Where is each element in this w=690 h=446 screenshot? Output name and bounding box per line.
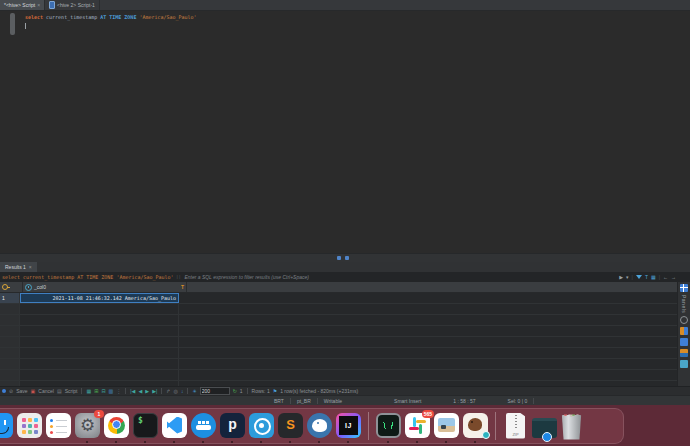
dock-dbeaver[interactable] (463, 413, 488, 440)
dock-reminders[interactable] (46, 413, 71, 440)
dock-terminal[interactable] (133, 413, 158, 440)
dock-shutter[interactable] (249, 413, 274, 440)
panels-grid-icon[interactable] (680, 284, 688, 292)
dock-docker[interactable] (191, 413, 216, 440)
column-filter-icon[interactable]: T (181, 284, 184, 290)
tab-hive-script[interactable]: *<hive> Script × (0, 0, 45, 10)
cell-col0 (20, 326, 179, 336)
dock-trash[interactable] (561, 413, 586, 440)
save-button[interactable]: Save (16, 388, 27, 394)
dock-activity[interactable] (376, 413, 401, 440)
delete-row-icon[interactable]: ▥ (109, 388, 114, 394)
dock-photos[interactable] (434, 413, 459, 440)
calc-panel-icon[interactable] (680, 327, 688, 335)
table-row-empty[interactable] (0, 337, 677, 348)
history-forward-icon[interactable]: → (671, 275, 676, 280)
close-icon[interactable]: × (37, 3, 40, 8)
zoom-icon[interactable]: ◎ (174, 388, 178, 394)
dock-postgres[interactable] (307, 413, 332, 440)
cancel-icon[interactable]: ▣ (31, 388, 36, 394)
table-row[interactable]: 1 2021-11-08 21:46:32.142 America/Sao_Pa… (0, 293, 677, 304)
next-page-icon[interactable]: ▶ (145, 388, 149, 394)
refresh-count: 1 (240, 388, 243, 394)
dock-finder[interactable] (0, 413, 13, 440)
status-writable[interactable]: Writable (318, 398, 348, 404)
running-indicator (86, 441, 88, 443)
status-selection[interactable]: Sel: 0 | 0 (502, 398, 534, 404)
row-number[interactable]: 1 (0, 293, 20, 303)
table-row-empty[interactable] (0, 304, 677, 315)
grid-panel-icon[interactable] (680, 338, 688, 346)
dock-intellij[interactable] (336, 413, 361, 440)
table-row-empty[interactable] (0, 315, 677, 326)
filter-funnel-icon[interactable] (636, 275, 642, 279)
dock-slack[interactable]: 565 (405, 413, 430, 440)
tab-label: <hive 2> Script-1 (57, 2, 95, 8)
table-row-empty[interactable] (0, 359, 677, 370)
script-button[interactable]: Script (65, 388, 78, 394)
fetch-size-input[interactable] (200, 387, 230, 395)
dock-settings[interactable]: 1 (75, 413, 100, 440)
prev-page-icon[interactable]: ◀ (138, 388, 142, 394)
dock-chrome[interactable] (104, 413, 129, 440)
grid-body[interactable]: 1 2021-11-08 21:46:32.142 America/Sao_Pa… (0, 293, 677, 386)
dock-p-app[interactable] (220, 413, 245, 440)
last-page-icon[interactable]: ▶| (152, 388, 157, 394)
row-number (0, 315, 20, 325)
row-number (0, 326, 20, 336)
close-icon[interactable]: × (29, 265, 32, 270)
script-icon[interactable]: ▤ (57, 388, 62, 394)
splitter-handle-icon[interactable] (337, 256, 341, 260)
save-icon[interactable]: ⊘ (9, 388, 13, 394)
running-indicator (318, 441, 320, 443)
cell-col0 (20, 348, 179, 358)
panel-toggle-icon[interactable] (2, 389, 6, 393)
status-insert-mode[interactable]: Smart Insert (388, 398, 427, 404)
cell-col0[interactable]: 2021-11-08 21:46:32.142 America/Sao_Paul… (20, 293, 179, 303)
edit-cell-icon[interactable]: ▦ (86, 388, 91, 394)
more-icon[interactable]: ⋮ (116, 388, 121, 394)
trash-icon (561, 415, 582, 440)
tab-hive2-script-1[interactable]: <hive 2> Script-1 (45, 0, 100, 10)
vscode-icon (162, 413, 187, 438)
dock-sublime[interactable] (278, 413, 303, 440)
dock-zip[interactable] (503, 413, 528, 440)
dock-window[interactable] (532, 413, 557, 440)
splitter-handle-icon[interactable] (345, 256, 349, 260)
table-row-empty[interactable] (0, 370, 677, 381)
table-row-empty[interactable] (0, 326, 677, 337)
sql-keyword: AT TIME ZONE (100, 14, 136, 20)
refresh-icon[interactable]: ↻ (233, 388, 237, 394)
launchpad-icon (17, 413, 42, 438)
tab-results-1[interactable]: Results 1 × (0, 262, 37, 272)
references-panel-icon[interactable] (680, 360, 688, 368)
rows-count: Rows: 1 (252, 388, 270, 394)
table-row-empty[interactable] (0, 348, 677, 359)
export-icon[interactable]: ↱ (166, 388, 170, 394)
grid-corner-cell[interactable] (0, 282, 23, 292)
activity-icon (376, 413, 401, 438)
fetch-all-icon[interactable]: ↓ (181, 388, 184, 394)
filter-text-icon[interactable]: T (645, 275, 648, 280)
sql-editor[interactable]: select current_timestamp AT TIME ZONE 'A… (0, 11, 690, 253)
filter-dropdown-icon[interactable]: ▾ (626, 275, 629, 280)
value-viewer-icon[interactable] (680, 316, 688, 324)
metadata-panel-icon[interactable] (680, 349, 688, 357)
filter-grid-icon[interactable]: ▦ (651, 275, 656, 280)
p-app-icon (220, 413, 245, 438)
status-timezone[interactable]: BRT (268, 398, 290, 404)
apply-filter-icon[interactable]: ▶ (619, 275, 623, 280)
dock-vscode[interactable] (162, 413, 187, 440)
add-row-icon[interactable]: ⊞ (94, 388, 98, 394)
column-header-col0[interactable]: _col0 T (23, 282, 187, 292)
running-indicator (115, 441, 117, 443)
duplicate-row-icon[interactable]: ⊟ (101, 388, 105, 394)
chrome-icon (104, 413, 129, 438)
history-back-icon[interactable]: ← (663, 275, 668, 280)
status-caret-position[interactable]: 1 : 58 : 57 (447, 398, 481, 404)
first-page-icon[interactable]: |◀ (130, 388, 135, 394)
status-locale[interactable]: pt_BR (291, 398, 317, 404)
dock-launchpad[interactable] (17, 413, 42, 440)
cancel-button[interactable]: Cancel (38, 388, 54, 394)
running-indicator (289, 441, 291, 443)
